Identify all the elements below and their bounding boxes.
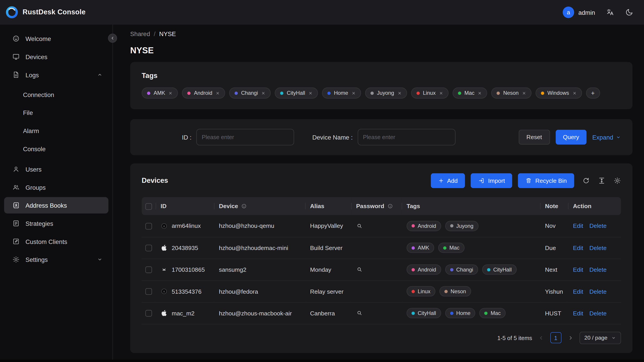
reveal-password-icon[interactable] xyxy=(356,266,396,273)
breadcrumb-parent[interactable]: Shared xyxy=(130,30,150,38)
id-input[interactable] xyxy=(196,129,294,146)
add-device-button[interactable]: Add xyxy=(431,173,465,188)
topbar: RustDesk Console a admin xyxy=(0,0,644,25)
refresh-icon[interactable] xyxy=(582,177,590,184)
trash-icon xyxy=(526,178,532,184)
row-checkbox[interactable] xyxy=(146,288,152,295)
row-checkbox[interactable] xyxy=(146,310,152,316)
sidebar-subitem-label: Alarm xyxy=(23,127,39,134)
tag-color-dot xyxy=(416,92,420,95)
group-icon xyxy=(12,184,20,191)
user-menu[interactable]: a admin xyxy=(563,6,595,18)
sidebar-item-console[interactable]: Console xyxy=(4,140,108,158)
recycle-bin-button[interactable]: Recycle Bin xyxy=(518,173,574,188)
delete-link[interactable]: Delete xyxy=(589,310,606,316)
devices-card-title: Devices xyxy=(142,176,168,185)
page-number-button[interactable]: 1 xyxy=(550,332,561,343)
breadcrumb: Shared / NYSE xyxy=(130,30,632,38)
query-button[interactable]: Query xyxy=(556,130,586,144)
delete-link[interactable]: Delete xyxy=(589,244,606,251)
remove-tag-icon[interactable] xyxy=(478,91,482,95)
edit-link[interactable]: Edit xyxy=(573,288,583,294)
tag-color-dot xyxy=(412,268,415,271)
sidebar-item-alarm[interactable]: Alarm xyxy=(4,122,108,140)
remove-tag-icon[interactable] xyxy=(398,91,402,95)
sidebar-item-custom-clients[interactable]: Custom Clients xyxy=(4,233,108,250)
row-density-icon[interactable] xyxy=(598,177,606,184)
add-tag-button[interactable]: + xyxy=(586,87,600,98)
sidebar-subitem-label: Console xyxy=(23,145,46,152)
tag-chip: CityHall xyxy=(275,87,318,98)
remove-tag-icon[interactable] xyxy=(351,91,356,95)
brand: RustDesk Console xyxy=(6,6,86,18)
sidebar-item-logs[interactable]: Logs xyxy=(4,66,108,83)
import-button[interactable]: Import xyxy=(471,173,512,188)
edit-link[interactable]: Edit xyxy=(573,310,583,316)
remove-tag-icon[interactable] xyxy=(572,91,576,95)
sidebar-collapse-button[interactable] xyxy=(108,34,117,42)
row-checkbox[interactable] xyxy=(146,266,152,273)
next-page-icon[interactable] xyxy=(568,335,574,341)
edit-link[interactable]: Edit xyxy=(573,266,583,273)
tag-label: Windows xyxy=(548,90,569,96)
edit-link[interactable]: Edit xyxy=(573,244,583,251)
sidebar-item-connection[interactable]: Connection xyxy=(4,85,108,104)
remove-tag-icon[interactable] xyxy=(522,91,526,95)
dark-mode-toggle-icon[interactable] xyxy=(625,8,634,16)
remove-tag-icon[interactable] xyxy=(308,91,312,95)
reveal-password-icon[interactable] xyxy=(356,222,396,230)
tag-color-dot xyxy=(412,290,415,293)
avatar[interactable]: a xyxy=(563,6,574,18)
row-checkbox[interactable] xyxy=(146,223,152,230)
row-checkbox[interactable] xyxy=(146,245,152,251)
device-name-input[interactable] xyxy=(358,129,455,146)
page-size-select[interactable]: 20 / page xyxy=(580,332,621,344)
table-row: mac_m2 hzhou@zhous-macbook-air Canberra … xyxy=(142,302,621,324)
chevron-down-icon xyxy=(616,134,621,140)
tag-color-dot xyxy=(234,92,238,95)
delete-link[interactable]: Delete xyxy=(589,223,606,229)
previous-page-icon[interactable] xyxy=(538,335,544,341)
sidebar-item-address-books[interactable]: Address Books xyxy=(4,197,108,214)
tag-chip: Android xyxy=(182,87,225,98)
sidebar-item-label: Strategies xyxy=(26,220,53,227)
tag-color-dot xyxy=(487,268,490,271)
app: RustDesk Console a admin Welcome xyxy=(0,0,644,362)
sidebar-item-settings[interactable]: Settings xyxy=(4,251,108,268)
sidebar-item-file[interactable]: File xyxy=(4,104,108,122)
remove-tag-icon[interactable] xyxy=(216,91,220,95)
expand-button[interactable]: Expand xyxy=(592,134,621,141)
table-row: 1700310865 sansumg2 Monday Android Chang… xyxy=(142,259,621,280)
tag-label: AMK xyxy=(418,244,429,251)
sidebar-item-users[interactable]: Users xyxy=(4,161,108,178)
device-name-field: Device Name : xyxy=(312,129,456,146)
apple-os-icon xyxy=(161,244,168,251)
remove-tag-icon[interactable] xyxy=(261,91,265,95)
filter-card: ID : Device Name : Reset Query Expand xyxy=(130,119,632,155)
remove-tag-icon[interactable] xyxy=(439,91,443,95)
select-all-checkbox[interactable] xyxy=(146,203,152,210)
user-icon xyxy=(12,166,20,173)
sidebar-item-welcome[interactable]: Welcome xyxy=(4,30,108,47)
sidebar-item-devices[interactable]: Devices xyxy=(4,48,108,65)
edit-link[interactable]: Edit xyxy=(573,223,583,229)
reveal-password-icon[interactable] xyxy=(356,310,396,316)
device-id: mac_m2 xyxy=(172,310,194,316)
sidebar: Welcome Devices Logs Connection File Ala… xyxy=(0,25,113,360)
remove-tag-icon[interactable] xyxy=(168,91,172,95)
sidebar-item-strategies[interactable]: Strategies xyxy=(4,215,108,232)
tag-chip: Juyong xyxy=(365,87,407,98)
table-settings-gear-icon[interactable] xyxy=(614,177,621,184)
layout: Welcome Devices Logs Connection File Ala… xyxy=(0,25,644,360)
tags-card-title: Tags xyxy=(142,72,621,80)
sidebar-item-groups[interactable]: Groups xyxy=(4,179,108,195)
delete-link[interactable]: Delete xyxy=(589,266,606,273)
translate-icon[interactable] xyxy=(606,8,614,16)
tag-color-dot xyxy=(541,92,544,95)
gear-icon xyxy=(12,256,20,263)
reset-button[interactable]: Reset xyxy=(518,130,550,144)
delete-link[interactable]: Delete xyxy=(589,288,606,294)
device-name-label: Device Name : xyxy=(312,134,353,141)
tag-color-dot xyxy=(443,246,446,250)
tags-card: Tags AMK Android Changi xyxy=(130,62,632,109)
